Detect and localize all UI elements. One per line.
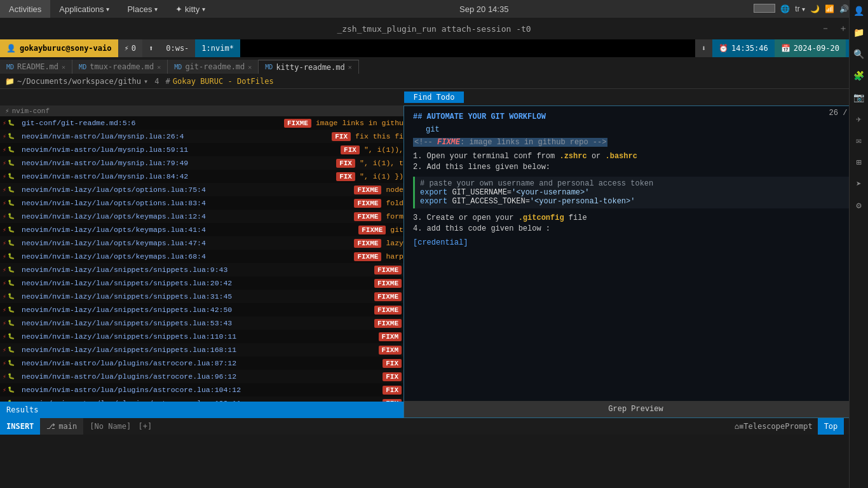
- minimize-button[interactable]: －: [821, 23, 830, 34]
- titlebar: _zsh_tmux_plugin_run attach-session -t0 …: [0, 18, 868, 39]
- list-item[interactable]: ⚡🐛neovim/nvim-lazy/lua/opts/keymaps.lua:…: [0, 223, 403, 236]
- breadcrumb: 📁 ~/Documents/workspace/githu ▾ 4 # Goka…: [0, 74, 868, 89]
- status-mode: INSERT: [0, 418, 40, 435]
- list-item[interactable]: ⚡🐛neovim/nvim-astro/lua/mysnip.lua:26:4F…: [0, 130, 403, 143]
- input-indicator: [754, 4, 775, 15]
- row-icons: ⚡🐛: [3, 266, 22, 274]
- row-icons: ⚡🐛: [3, 213, 22, 220]
- list-item[interactable]: ⚡🐛neovim/nvim-astro/lua/plugins/astrocor…: [0, 370, 403, 383]
- right-sidebar: 👤📁🔍🧩📷✈✉⊞➤⚙: [849, 0, 868, 488]
- tab-readme-md[interactable]: MD README.md ✕: [0, 60, 72, 74]
- clock-icon: ⏰: [719, 44, 728, 53]
- close-tab-icon[interactable]: ✕: [248, 64, 252, 71]
- list-item[interactable]: ⚡🐛neovim/nvim-lazy/lua/snippets/snippets…: [0, 263, 403, 276]
- folder-icon: 📁: [5, 77, 15, 86]
- result-badge: FIXME: [354, 212, 381, 221]
- preview-comment: <!-- FIXME: image links in github repo -…: [413, 138, 607, 147]
- list-item[interactable]: ⚡🐛neovim/nvim-astro/lua/mysnip.lua:59:11…: [0, 143, 403, 156]
- result-badge: FIXM: [379, 346, 402, 355]
- lang-selector[interactable]: tr ▾: [795, 4, 805, 13]
- activities-button[interactable]: Activities: [0, 0, 50, 18]
- email-icon[interactable]: ✉: [851, 132, 867, 149]
- folder-icon[interactable]: 📁: [851, 24, 867, 41]
- result-filepath: neovim/nvim-astro/lua/mysnip.lua:79:49: [22, 159, 334, 167]
- places-menu[interactable]: Places ▾: [118, 0, 166, 18]
- preview-panel: 26 / 26 ## AUTOMATE YOUR GIT WORKFLOW gi…: [403, 105, 868, 418]
- close-tab-icon[interactable]: ✕: [157, 64, 161, 71]
- row-icons: ⚡🐛: [3, 360, 22, 367]
- applications-menu[interactable]: Applications ▾: [50, 0, 118, 18]
- extensions-icon[interactable]: 🧩: [851, 67, 867, 84]
- list-item[interactable]: ⚡🐛neovim/nvim-astro/lua/plugins/astrocor…: [0, 383, 403, 396]
- maximize-button[interactable]: ＋: [839, 23, 848, 34]
- tab-tmux-readme-md[interactable]: MD tmux-readme.md ✕: [72, 60, 168, 74]
- row-icons: ⚡🐛: [3, 386, 22, 394]
- result-label: node: [386, 186, 403, 194]
- list-item[interactable]: ⚡🐛git-conf/git-readme.md:5:6FIXMEimage l…: [0, 116, 403, 130]
- result-filepath: git-conf/git-readme.md:5:6: [22, 119, 282, 127]
- grid-icon[interactable]: ⊞: [851, 154, 867, 170]
- result-filepath: neovim/nvim-lazy/lua/opts/options.lua:83…: [22, 199, 352, 207]
- branch-icon: ⎇: [46, 422, 55, 431]
- result-filepath: neovim/nvim-astro/lua/plugins/astrocore.…: [22, 359, 381, 367]
- result-badge: FIXME: [354, 252, 381, 261]
- preview-paste-comment: # paste your own username and personal a…: [420, 179, 853, 188]
- avatar-icon[interactable]: 👤: [851, 3, 867, 19]
- result-label: image links in githu: [316, 119, 403, 127]
- list-item[interactable]: ⚡🐛neovim/nvim-lazy/lua/opts/keymaps.lua:…: [0, 236, 403, 250]
- list-item[interactable]: ⚡🐛neovim/nvim-astro/lua/mysnip.lua:84:42…: [0, 170, 403, 183]
- list-item[interactable]: ⚡🐛neovim/nvim-lazy/lua/opts/keymaps.lua:…: [0, 250, 403, 263]
- row-icons: ⚡🐛: [3, 226, 22, 234]
- result-label: git: [390, 226, 403, 234]
- places-arrow-icon: ▾: [154, 6, 158, 13]
- row-icons: ⚡🐛: [3, 373, 22, 381]
- tmux-session-0[interactable]: 0:ws-: [159, 39, 195, 57]
- result-filepath: neovim/nvim-lazy/lua/snippets/snippets.l…: [22, 292, 372, 301]
- list-item[interactable]: ⚡🐛neovim/nvim-lazy/lua/snippets/snippets…: [0, 316, 403, 330]
- list-item[interactable]: ⚡🐛neovim/nvim-lazy/lua/snippets/snippets…: [0, 290, 403, 303]
- row-icons: ⚡🐛: [3, 320, 22, 327]
- places-label: Places: [127, 4, 152, 14]
- list-item[interactable]: ⚡🐛neovim/nvim-astro/lua/mysnip.lua:79:49…: [0, 156, 403, 170]
- search-icon[interactable]: 🔍: [851, 46, 867, 62]
- result-label: ", i(1), t: [360, 159, 403, 167]
- telegram-icon[interactable]: ✈: [851, 111, 867, 127]
- settings-icon[interactable]: ⚙: [851, 197, 867, 214]
- tab-kitty-readme-md[interactable]: MD kitty-readme.md ✕: [259, 60, 358, 74]
- tmux-upload-badge: ⬆: [142, 39, 159, 57]
- close-tab-icon[interactable]: ✕: [62, 64, 65, 71]
- camera-icon[interactable]: 📷: [851, 89, 867, 105]
- list-item[interactable]: ⚡🐛neovim/nvim-lazy/lua/opts/options.lua:…: [0, 183, 403, 196]
- result-label: fold: [386, 199, 403, 207]
- list-item[interactable]: ⚡🐛neovim/nvim-lazy/lua/opts/options.lua:…: [0, 196, 403, 210]
- preview-git-code: git: [426, 125, 440, 134]
- list-item[interactable]: ⚡🐛neovim/nvim-lazy/lua/snippets/snippets…: [0, 276, 403, 290]
- wifi-icon: 📶: [825, 4, 834, 13]
- list-item[interactable]: ⚡🐛neovim/nvim-lazy/lua/snippets/snippets…: [0, 330, 403, 343]
- arrow-icon[interactable]: ➤: [851, 175, 867, 192]
- list-item[interactable]: ⚡🐛neovim/nvim-astro/lua/plugins/astrocor…: [0, 356, 403, 370]
- preview-code-block: # paste your own username and personal a…: [413, 177, 858, 208]
- row-icons: ⚡🐛: [3, 280, 22, 287]
- md-icon: MD: [79, 64, 86, 71]
- tmux-session-1[interactable]: 1:nvim*: [195, 39, 240, 57]
- row-icons: ⚡🐛: [3, 253, 22, 261]
- result-filepath: neovim/nvim-lazy/lua/opts/keymaps.lua:12…: [22, 212, 352, 220]
- theme-icon: 🌙: [810, 4, 820, 13]
- tab-git-readme-md[interactable]: MD git-readme.md ✕: [168, 60, 259, 74]
- kitty-menu[interactable]: ✦ kitty ▾: [166, 0, 214, 18]
- result-badge: FIXM: [379, 332, 402, 341]
- results-bar: Results: [0, 402, 403, 418]
- preview-step3: 3. Create or open your .gitconfig file: [413, 214, 858, 222]
- user-avatar-icon: 👤: [6, 44, 16, 53]
- tmux-lightning-badge: ⚡ 0: [118, 39, 142, 57]
- list-item[interactable]: ⚡🐛neovim/nvim-lazy/lua/snippets/snippets…: [0, 303, 403, 316]
- lightning-icon: ⚡: [125, 44, 129, 53]
- result-filepath: neovim/nvim-astro/lua/mysnip.lua:59:11: [22, 146, 339, 154]
- status-bar: INSERT ⎇ main [No Name] [+] ⌂ ≡ Telescop…: [0, 418, 868, 435]
- list-item[interactable]: ⚡🐛neovim/nvim-lazy/lua/snippets/snippets…: [0, 343, 403, 356]
- status-top: Top: [818, 418, 844, 435]
- close-tab-icon[interactable]: ✕: [348, 64, 352, 71]
- result-badge: FIX: [336, 159, 355, 168]
- list-item[interactable]: ⚡🐛neovim/nvim-lazy/lua/opts/keymaps.lua:…: [0, 210, 403, 223]
